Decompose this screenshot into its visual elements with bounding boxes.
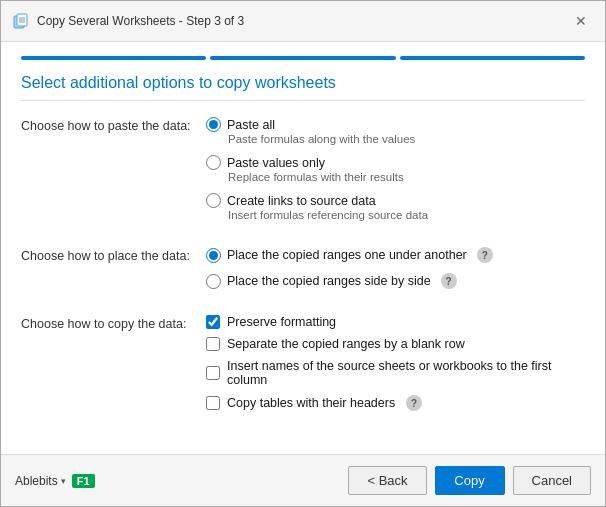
place-under-option: Place the copied ranges one under anothe… bbox=[206, 247, 585, 263]
place-under-help-icon[interactable]: ? bbox=[477, 247, 493, 263]
paste-all-radio[interactable] bbox=[206, 117, 221, 132]
paste-group-label: Choose how to paste the data: bbox=[21, 117, 206, 231]
ablebits-text: Ablebits bbox=[15, 474, 58, 488]
copy-tables-label[interactable]: Copy tables with their headers bbox=[227, 396, 395, 410]
copy-tables-help-icon[interactable]: ? bbox=[406, 395, 422, 411]
ablebits-chevron-icon: ▾ bbox=[61, 476, 66, 486]
paste-options: Paste all Paste formulas along with the … bbox=[206, 117, 585, 231]
copy-tables-row: Copy tables with their headers ? bbox=[206, 395, 585, 411]
place-side-label[interactable]: Place the copied ranges side by side bbox=[227, 274, 431, 288]
place-group: Choose how to place the data: Place the … bbox=[21, 247, 585, 299]
paste-all-option: Paste all Paste formulas along with the … bbox=[206, 117, 585, 145]
dialog-title: Copy Several Worksheets - Step 3 of 3 bbox=[37, 14, 561, 28]
blank-row-checkbox[interactable] bbox=[206, 337, 220, 351]
place-side-option: Place the copied ranges side by side ? bbox=[206, 273, 585, 289]
blank-row-label[interactable]: Separate the copied ranges by a blank ro… bbox=[227, 337, 465, 351]
back-button[interactable]: < Back bbox=[348, 466, 426, 495]
copy-options: Preserve formatting Separate the copied … bbox=[206, 315, 585, 419]
paste-links-label[interactable]: Create links to source data bbox=[227, 194, 376, 208]
dialog: Copy Several Worksheets - Step 3 of 3 ✕ … bbox=[0, 0, 606, 507]
blank-row-row: Separate the copied ranges by a blank ro… bbox=[206, 337, 585, 351]
paste-values-label[interactable]: Paste values only bbox=[227, 156, 325, 170]
copy-group: Choose how to copy the data: Preserve fo… bbox=[21, 315, 585, 419]
footer-buttons: < Back Copy Cancel bbox=[348, 466, 591, 495]
paste-values-radio[interactable] bbox=[206, 155, 221, 170]
insert-names-label[interactable]: Insert names of the source sheets or wor… bbox=[227, 359, 585, 387]
paste-all-desc: Paste formulas along with the values bbox=[228, 133, 585, 145]
paste-values-desc: Replace formulas with their results bbox=[228, 171, 585, 183]
paste-links-radio[interactable] bbox=[206, 193, 221, 208]
close-button[interactable]: ✕ bbox=[569, 9, 593, 33]
copy-tables-checkbox[interactable] bbox=[206, 396, 220, 410]
footer-left: Ablebits ▾ F1 bbox=[15, 474, 348, 488]
insert-names-checkbox[interactable] bbox=[206, 366, 220, 380]
copy-group-label: Choose how to copy the data: bbox=[21, 315, 206, 419]
ablebits-menu[interactable]: Ablebits ▾ bbox=[15, 474, 66, 488]
paste-links-option: Create links to source data Insert formu… bbox=[206, 193, 585, 221]
place-under-label[interactable]: Place the copied ranges one under anothe… bbox=[227, 248, 467, 262]
preserve-formatting-checkbox[interactable] bbox=[206, 315, 220, 329]
place-options: Place the copied ranges one under anothe… bbox=[206, 247, 585, 299]
copy-button[interactable]: Copy bbox=[435, 466, 505, 495]
preserve-formatting-row: Preserve formatting bbox=[206, 315, 585, 329]
f1-help-button[interactable]: F1 bbox=[72, 474, 95, 488]
copy-worksheets-icon bbox=[13, 13, 29, 29]
paste-links-desc: Insert formulas referencing source data bbox=[228, 209, 585, 221]
place-group-label: Choose how to place the data: bbox=[21, 247, 206, 299]
footer: Ablebits ▾ F1 < Back Copy Cancel bbox=[1, 454, 605, 506]
paste-values-option: Paste values only Replace formulas with … bbox=[206, 155, 585, 183]
title-bar: Copy Several Worksheets - Step 3 of 3 ✕ bbox=[1, 1, 605, 42]
place-side-help-icon[interactable]: ? bbox=[441, 273, 457, 289]
place-side-radio[interactable] bbox=[206, 274, 221, 289]
paste-all-label[interactable]: Paste all bbox=[227, 118, 275, 132]
content-area: Select additional options to copy worksh… bbox=[1, 60, 605, 454]
place-under-radio[interactable] bbox=[206, 248, 221, 263]
cancel-button[interactable]: Cancel bbox=[513, 466, 591, 495]
paste-group: Choose how to paste the data: Paste all … bbox=[21, 117, 585, 231]
insert-names-row: Insert names of the source sheets or wor… bbox=[206, 359, 585, 387]
progress-bar bbox=[1, 42, 605, 60]
preserve-formatting-label[interactable]: Preserve formatting bbox=[227, 315, 336, 329]
section-title: Select additional options to copy worksh… bbox=[21, 74, 585, 101]
